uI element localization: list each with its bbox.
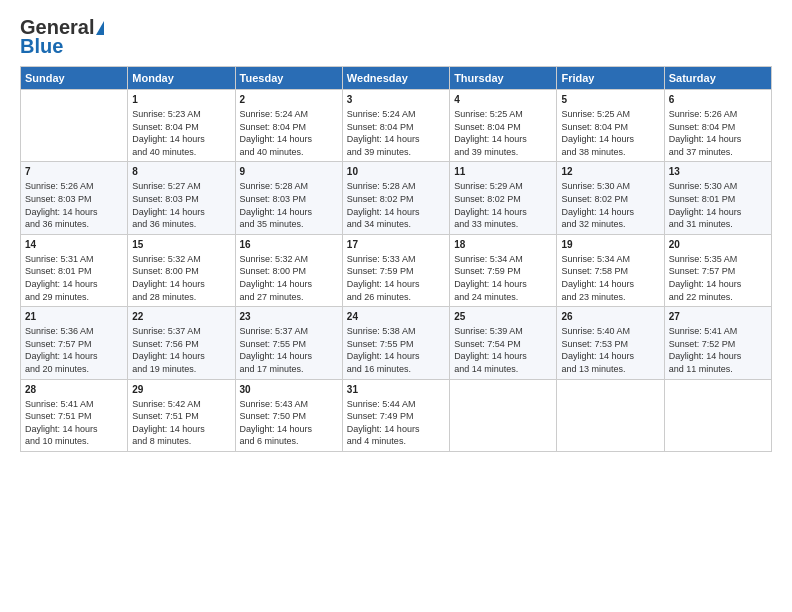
header: General Blue (20, 16, 772, 58)
day-info-line: Daylight: 14 hours (347, 278, 445, 291)
day-info-line: Sunset: 7:59 PM (347, 265, 445, 278)
logo: General Blue (20, 16, 104, 58)
calendar-cell: 15Sunrise: 5:32 AMSunset: 8:00 PMDayligh… (128, 234, 235, 306)
day-info-line: Sunset: 7:51 PM (132, 410, 230, 423)
day-info-line: Sunset: 7:52 PM (669, 338, 767, 351)
day-number: 23 (240, 310, 338, 324)
col-header-thursday: Thursday (450, 67, 557, 90)
day-info-line: Sunset: 7:51 PM (25, 410, 123, 423)
day-number: 13 (669, 165, 767, 179)
day-info-line: Sunset: 7:54 PM (454, 338, 552, 351)
day-info-line: Sunset: 7:50 PM (240, 410, 338, 423)
day-number: 9 (240, 165, 338, 179)
day-number: 1 (132, 93, 230, 107)
day-info-line: Sunrise: 5:26 AM (25, 180, 123, 193)
day-info-line: Sunset: 7:59 PM (454, 265, 552, 278)
day-info-line: and 6 minutes. (240, 435, 338, 448)
day-number: 7 (25, 165, 123, 179)
day-number: 5 (561, 93, 659, 107)
day-info-line: and 36 minutes. (25, 218, 123, 231)
day-info-line: Sunrise: 5:24 AM (347, 108, 445, 121)
calendar-cell (450, 379, 557, 451)
col-header-saturday: Saturday (664, 67, 771, 90)
col-header-wednesday: Wednesday (342, 67, 449, 90)
day-info-line: and 38 minutes. (561, 146, 659, 159)
day-info-line: and 40 minutes. (132, 146, 230, 159)
header-row: SundayMondayTuesdayWednesdayThursdayFrid… (21, 67, 772, 90)
day-info-line: Sunset: 7:55 PM (347, 338, 445, 351)
calendar-cell (21, 90, 128, 162)
logo-triangle-icon (96, 21, 104, 35)
day-number: 4 (454, 93, 552, 107)
day-info-line: Sunrise: 5:37 AM (240, 325, 338, 338)
calendar-cell (664, 379, 771, 451)
day-info-line: and 24 minutes. (454, 291, 552, 304)
day-number: 3 (347, 93, 445, 107)
week-row-4: 21Sunrise: 5:36 AMSunset: 7:57 PMDayligh… (21, 307, 772, 379)
day-info-line: Sunrise: 5:37 AM (132, 325, 230, 338)
day-info-line: Daylight: 14 hours (347, 133, 445, 146)
day-info-line: Daylight: 14 hours (561, 133, 659, 146)
calendar-cell: 23Sunrise: 5:37 AMSunset: 7:55 PMDayligh… (235, 307, 342, 379)
calendar-cell: 13Sunrise: 5:30 AMSunset: 8:01 PMDayligh… (664, 162, 771, 234)
col-header-sunday: Sunday (21, 67, 128, 90)
day-info-line: Daylight: 14 hours (669, 133, 767, 146)
day-number: 15 (132, 238, 230, 252)
day-info-line: and 27 minutes. (240, 291, 338, 304)
day-info-line: Sunrise: 5:33 AM (347, 253, 445, 266)
calendar-cell: 18Sunrise: 5:34 AMSunset: 7:59 PMDayligh… (450, 234, 557, 306)
day-info-line: Sunrise: 5:43 AM (240, 398, 338, 411)
day-info-line: Daylight: 14 hours (347, 206, 445, 219)
day-info-line: and 20 minutes. (25, 363, 123, 376)
day-info-line: Sunrise: 5:41 AM (669, 325, 767, 338)
calendar-cell: 10Sunrise: 5:28 AMSunset: 8:02 PMDayligh… (342, 162, 449, 234)
calendar-cell: 4Sunrise: 5:25 AMSunset: 8:04 PMDaylight… (450, 90, 557, 162)
calendar-cell: 30Sunrise: 5:43 AMSunset: 7:50 PMDayligh… (235, 379, 342, 451)
calendar-cell: 2Sunrise: 5:24 AMSunset: 8:04 PMDaylight… (235, 90, 342, 162)
day-info-line: Sunrise: 5:35 AM (669, 253, 767, 266)
day-info-line: Daylight: 14 hours (240, 350, 338, 363)
day-info-line: Daylight: 14 hours (132, 206, 230, 219)
calendar-cell: 19Sunrise: 5:34 AMSunset: 7:58 PMDayligh… (557, 234, 664, 306)
day-number: 18 (454, 238, 552, 252)
day-info-line: Sunrise: 5:24 AM (240, 108, 338, 121)
calendar-cell: 3Sunrise: 5:24 AMSunset: 8:04 PMDaylight… (342, 90, 449, 162)
day-info-line: Sunset: 7:57 PM (669, 265, 767, 278)
day-number: 21 (25, 310, 123, 324)
day-info-line: Sunset: 8:02 PM (561, 193, 659, 206)
day-info-line: Sunrise: 5:23 AM (132, 108, 230, 121)
calendar-cell: 24Sunrise: 5:38 AMSunset: 7:55 PMDayligh… (342, 307, 449, 379)
day-number: 17 (347, 238, 445, 252)
calendar-cell: 31Sunrise: 5:44 AMSunset: 7:49 PMDayligh… (342, 379, 449, 451)
day-number: 2 (240, 93, 338, 107)
day-info-line: Daylight: 14 hours (669, 206, 767, 219)
day-info-line: Sunrise: 5:30 AM (561, 180, 659, 193)
day-info-line: Daylight: 14 hours (25, 278, 123, 291)
day-info-line: Daylight: 14 hours (454, 133, 552, 146)
day-info-line: and 26 minutes. (347, 291, 445, 304)
day-info-line: and 28 minutes. (132, 291, 230, 304)
day-info-line: Sunrise: 5:31 AM (25, 253, 123, 266)
day-number: 28 (25, 383, 123, 397)
day-number: 19 (561, 238, 659, 252)
day-info-line: Sunset: 7:55 PM (240, 338, 338, 351)
day-info-line: Sunrise: 5:36 AM (25, 325, 123, 338)
col-header-tuesday: Tuesday (235, 67, 342, 90)
calendar-cell: 12Sunrise: 5:30 AMSunset: 8:02 PMDayligh… (557, 162, 664, 234)
day-info-line: and 14 minutes. (454, 363, 552, 376)
day-number: 14 (25, 238, 123, 252)
day-info-line: and 37 minutes. (669, 146, 767, 159)
day-info-line: Sunset: 7:49 PM (347, 410, 445, 423)
day-number: 30 (240, 383, 338, 397)
day-info-line: Daylight: 14 hours (454, 206, 552, 219)
week-row-3: 14Sunrise: 5:31 AMSunset: 8:01 PMDayligh… (21, 234, 772, 306)
day-info-line: Sunset: 8:04 PM (561, 121, 659, 134)
day-info-line: Sunset: 8:02 PM (454, 193, 552, 206)
day-info-line: Sunrise: 5:42 AM (132, 398, 230, 411)
day-info-line: Sunset: 8:01 PM (25, 265, 123, 278)
day-info-line: Daylight: 14 hours (132, 133, 230, 146)
day-number: 16 (240, 238, 338, 252)
day-info-line: and 8 minutes. (132, 435, 230, 448)
week-row-5: 28Sunrise: 5:41 AMSunset: 7:51 PMDayligh… (21, 379, 772, 451)
day-info-line: Daylight: 14 hours (561, 278, 659, 291)
